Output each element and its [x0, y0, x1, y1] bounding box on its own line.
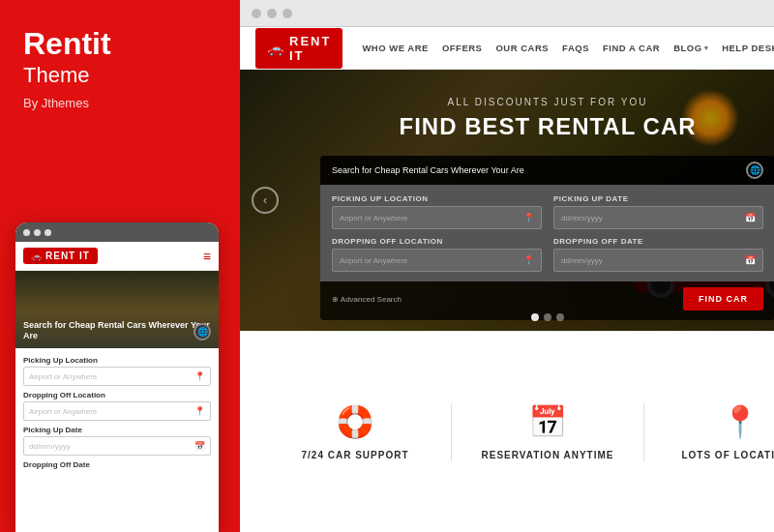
- browser-dot-3: [283, 9, 292, 18]
- feature-label-1: 7/24 CAR SUPPORT: [301, 450, 408, 460]
- app-title: Rentit: [23, 27, 217, 61]
- nav-offers[interactable]: OFFERS: [442, 43, 483, 53]
- dropoff-location-input[interactable]: Airport or Anywhere 📍: [332, 249, 542, 272]
- left-panel: Rentit Theme By Jthemes 🚗 RENT IT ≡ Sear…: [0, 0, 240, 532]
- nav-links: WHO WE ARE OFFERS OUR CARS FAQS FIND A C…: [362, 43, 774, 53]
- feature-car-support: 🛟 7/24 CAR SUPPORT: [259, 403, 451, 460]
- hero-section: ‹ › ALL DISCOUNTS JUST FOR YOU FIND BEST…: [240, 70, 774, 331]
- mobile-logo: 🚗 RENT IT: [23, 248, 98, 264]
- mobile-input-dropoff-location[interactable]: Airport or Anywhere 📍: [23, 401, 211, 421]
- hero-dot-2[interactable]: [544, 313, 551, 321]
- mobile-hero-text: Search for Cheap Rental Cars Wherever Yo…: [23, 320, 211, 342]
- search-form: Search for Cheap Rental Cars Wherever Yo…: [320, 156, 774, 320]
- location-pin-icon-1: 📍: [523, 213, 534, 222]
- dropoff-date-input[interactable]: dd/mm/yyyy 📅: [553, 249, 763, 272]
- nav-logo[interactable]: 🚗 RENT IT: [255, 28, 342, 69]
- dropoff-location-label: Dropping Off Location: [332, 237, 542, 246]
- mobile-location-icon-1: 📍: [194, 371, 205, 381]
- dropoff-date-group: Dropping Off Date dd/mm/yyyy 📅: [553, 237, 763, 272]
- mobile-chrome: [15, 222, 219, 242]
- chevron-down-icon: ▾: [704, 44, 709, 52]
- mobile-field-label-2: Dropping Off Location: [23, 391, 211, 399]
- car-icon: 🚗: [267, 41, 283, 56]
- mobile-hamburger-icon[interactable]: ≡: [203, 249, 211, 264]
- nav-blog[interactable]: BLOG ▾: [673, 43, 708, 53]
- nav-logo-text: RENT IT: [289, 34, 331, 63]
- mobile-mockup: 🚗 RENT IT ≡ Search for Cheap Rental Cars…: [15, 222, 219, 532]
- calendar-icon-1: 📅: [745, 213, 756, 222]
- app-author: By Jthemes: [23, 96, 217, 110]
- advanced-search-link[interactable]: ⊕ Advanced Search: [332, 295, 402, 304]
- nav-faqs[interactable]: FAQS: [562, 43, 589, 53]
- hero-dot-1[interactable]: [531, 313, 539, 321]
- search-form-title: Search for Cheap Rental Cars Wherever Yo…: [332, 165, 524, 175]
- mobile-field-label-3: Picking Up Date: [23, 426, 211, 434]
- mobile-header: 🚗 RENT IT ≡: [15, 242, 219, 271]
- hero-title: FIND BEST RENTAL CAR: [399, 113, 696, 140]
- pickup-date-input[interactable]: dd/mm/yyyy 📅: [553, 206, 763, 229]
- search-fields: Picking Up Location Airport or Anywhere …: [320, 185, 774, 281]
- mobile-input-pickup-location[interactable]: Airport or Anywhere 📍: [23, 367, 211, 386]
- browser-chrome: [240, 0, 774, 27]
- website: 🚗 RENT IT WHO WE ARE OFFERS OUR CARS FAQ…: [240, 27, 774, 532]
- hero-slider-dots: [531, 313, 564, 321]
- features-section: 🛟 7/24 CAR SUPPORT 📅 RESERVATION ANYTIME…: [240, 331, 774, 532]
- calendar-icon: 📅: [528, 403, 567, 440]
- find-car-button[interactable]: FIND CAR: [683, 287, 763, 310]
- mobile-input-pickup-date[interactable]: dd/mm/yyyy 📅: [23, 436, 211, 456]
- pickup-location-input[interactable]: Airport or Anywhere 📍: [332, 206, 542, 229]
- lifebuoy-icon: 🛟: [336, 403, 374, 440]
- mobile-field-label-1: Picking Up Location: [23, 356, 211, 365]
- mobile-location-icon-2: 📍: [194, 406, 205, 416]
- search-form-header: Search for Cheap Rental Cars Wherever Yo…: [320, 156, 774, 185]
- pickup-date-label: Picking Up Date: [553, 194, 763, 203]
- navbar: 🚗 RENT IT WHO WE ARE OFFERS OUR CARS FAQ…: [240, 27, 774, 70]
- browser-dot-2: [267, 9, 277, 18]
- hero-subtitle: ALL DISCOUNTS JUST FOR YOU: [448, 97, 648, 107]
- pickup-location-label: Picking Up Location: [332, 194, 542, 203]
- globe-icon: 🌐: [746, 162, 763, 179]
- mobile-hero: Search for Cheap Rental Cars Wherever Yo…: [15, 271, 219, 348]
- nav-our-cars[interactable]: OUR CARS: [495, 43, 549, 53]
- pickup-date-group: Picking Up Date dd/mm/yyyy 📅: [553, 194, 763, 229]
- right-panel: 🚗 RENT IT WHO WE ARE OFFERS OUR CARS FAQ…: [240, 0, 774, 532]
- nav-who-we-are[interactable]: WHO WE ARE: [362, 43, 429, 53]
- feature-label-3: LOTS OF LOCATIONS: [681, 450, 774, 460]
- mobile-field-label-4: Dropping Off Date: [23, 460, 211, 469]
- dropoff-date-label: Dropping Off Date: [553, 237, 763, 246]
- mobile-form: Picking Up Location Airport or Anywhere …: [15, 348, 219, 479]
- location-pin-icon-2: 📍: [523, 255, 534, 265]
- nav-help-desk[interactable]: HELP DESK: [722, 43, 774, 53]
- mobile-dot-2: [34, 229, 41, 236]
- mobile-dot-3: [45, 229, 51, 236]
- pickup-location-group: Picking Up Location Airport or Anywhere …: [332, 194, 542, 229]
- calendar-icon-2: 📅: [745, 255, 756, 265]
- mobile-logo-text: RENT IT: [45, 251, 90, 261]
- app-subtitle: Theme: [23, 63, 217, 88]
- mobile-calendar-icon: 📅: [194, 441, 205, 451]
- nav-find-a-car[interactable]: FIND A CAR: [603, 43, 660, 53]
- feature-locations: 📍 LOTS OF LOCATIONS: [644, 403, 774, 460]
- browser-dot-1: [252, 9, 261, 18]
- mobile-dot-1: [23, 229, 30, 236]
- hero-dot-3[interactable]: [556, 313, 564, 321]
- dropoff-location-group: Dropping Off Location Airport or Anywher…: [332, 237, 542, 272]
- feature-label-2: RESERVATION ANYTIME: [482, 450, 614, 460]
- location-pin-icon: 📍: [721, 403, 759, 440]
- feature-reservation: 📅 RESERVATION ANYTIME: [452, 403, 643, 460]
- hero-content: ALL DISCOUNTS JUST FOR YOU FIND BEST REN…: [240, 70, 774, 331]
- mobile-globe-icon: 🌐: [194, 323, 211, 340]
